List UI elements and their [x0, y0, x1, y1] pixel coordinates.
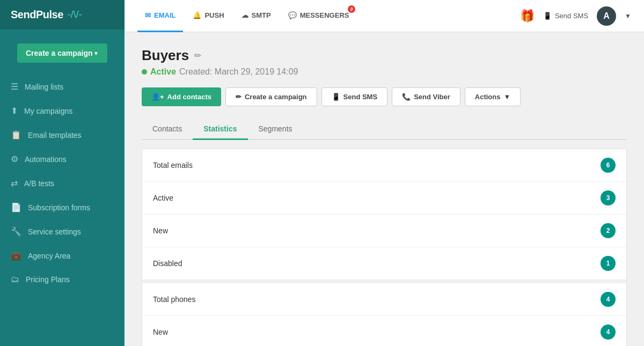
stats-row-total-emails: Total emails 6 — [142, 149, 626, 182]
avatar-letter: A — [603, 11, 610, 21]
avatar[interactable]: A — [597, 6, 616, 26]
sidebar-item-label: Email templates — [28, 131, 82, 139]
automations-icon: ⚙ — [11, 154, 18, 164]
tab-contacts-label: Contacts — [152, 124, 182, 133]
sidebar-item-label: Subscription forms — [28, 203, 90, 212]
page-header: Buyers ✏ — [142, 47, 627, 64]
main-area: ✉ EMAIL 🔔 PUSH ☁ SMTP 💬 MESSENGERS β 🎁 📱… — [125, 0, 644, 346]
status-active-text: Active — [150, 67, 176, 77]
push-icon: 🔔 — [193, 11, 201, 19]
tab-push[interactable]: 🔔 PUSH — [185, 0, 231, 32]
total-phones-label: Total phones — [153, 295, 195, 304]
add-contacts-button[interactable]: 👤+ Add contacts — [142, 87, 221, 106]
status-row: Active Created: March 29, 2019 14:09 — [142, 67, 627, 77]
action-bar: 👤+ Add contacts ✏ Create a campaign 📱 Se… — [142, 87, 627, 106]
top-nav: ✉ EMAIL 🔔 PUSH ☁ SMTP 💬 MESSENGERS β 🎁 📱… — [125, 0, 644, 32]
create-campaign-button[interactable]: Create a campaign ▼ — [17, 43, 107, 63]
sidebar-item-pricing-plans[interactable]: 🗂 Pricing Plans — [0, 268, 125, 291]
actions-chevron-icon: ▼ — [503, 93, 510, 101]
actions-button[interactable]: Actions ▼ — [465, 87, 521, 106]
phones-new-label: New — [153, 328, 168, 336]
tab-contacts[interactable]: Contacts — [142, 119, 193, 140]
send-sms-link[interactable]: 📱 Send SMS — [543, 12, 588, 20]
agency-area-icon: 💼 — [11, 251, 21, 261]
top-nav-right: 🎁 📱 Send SMS A ▼ — [520, 6, 631, 26]
add-contacts-label: Add contacts — [167, 93, 211, 101]
sidebar-item-agency-area[interactable]: 💼 Agency Area — [0, 244, 125, 268]
logo-text: SendPulse — [11, 9, 63, 21]
sidebar-item-subscription-forms[interactable]: 📄 Subscription forms — [0, 195, 125, 219]
total-emails-badge: 6 — [601, 158, 616, 173]
my-campaigns-icon: ⬆ — [11, 106, 18, 116]
active-badge: 3 — [601, 190, 616, 205]
sidebar-item-label: Agency Area — [28, 252, 70, 260]
messengers-label: MESSENGERS — [300, 11, 349, 19]
pricing-plans-icon: 🗂 — [11, 275, 19, 284]
beta-badge: β — [348, 5, 355, 13]
smtp-icon: ☁ — [241, 11, 248, 19]
create-campaign-label: Create a campaign — [245, 93, 307, 101]
disabled-label: Disabled — [153, 259, 182, 268]
sidebar-item-service-settings[interactable]: 🔧 Service settings — [0, 219, 125, 244]
new-label: New — [153, 226, 168, 235]
tab-segments[interactable]: Segments — [248, 119, 303, 140]
email-templates-icon: 📋 — [11, 130, 21, 140]
sidebar-item-label: Automations — [25, 155, 67, 164]
create-campaign-button[interactable]: ✏ Create a campaign — [225, 87, 317, 106]
content-area: Buyers ✏ Active Created: March 29, 2019 … — [125, 32, 644, 346]
send-viber-label: Send Viber — [414, 93, 450, 101]
edit-icon[interactable]: ✏ — [194, 50, 201, 61]
stats-row-phones-new: New 4 — [142, 316, 626, 346]
email-icon: ✉ — [145, 11, 151, 19]
tab-statistics-label: Statistics — [203, 124, 237, 133]
email-label: EMAIL — [154, 11, 175, 19]
avatar-chevron-icon[interactable]: ▼ — [625, 12, 631, 20]
send-sms-button[interactable]: 📱 Send SMS — [321, 87, 388, 106]
logo[interactable]: SendPulse -/\/- — [0, 0, 125, 30]
mailing-lists-icon: ☰ — [11, 82, 18, 92]
send-sms-label: Send SMS — [343, 93, 378, 101]
service-settings-icon: 🔧 — [11, 226, 21, 237]
stats-row-disabled: Disabled 1 — [142, 247, 626, 280]
chevron-down-icon: ▼ — [93, 50, 99, 56]
send-viber-button[interactable]: 📞 Send Viber — [392, 87, 460, 106]
active-label: Active — [153, 194, 173, 202]
subscription-forms-icon: 📄 — [11, 202, 21, 212]
phone-icon: 📱 — [543, 12, 552, 20]
ab-tests-icon: ⇄ — [11, 178, 18, 188]
actions-label: Actions — [475, 93, 501, 101]
send-sms-label: Send SMS — [555, 12, 588, 20]
tab-email[interactable]: ✉ EMAIL — [137, 0, 183, 32]
sidebar-nav: ☰ Mailing lists ⬆ My campaigns 📋 Email t… — [0, 72, 125, 346]
tab-statistics[interactable]: Statistics — [193, 119, 247, 140]
tab-messengers[interactable]: 💬 MESSENGERS β — [281, 0, 357, 32]
sidebar-item-my-campaigns[interactable]: ⬆ My campaigns — [0, 99, 125, 123]
sidebar: SendPulse -/\/- Create a campaign ▼ ☰ Ma… — [0, 0, 125, 346]
sidebar-item-automations[interactable]: ⚙ Automations — [0, 147, 125, 171]
tab-smtp[interactable]: ☁ SMTP — [234, 0, 279, 32]
sidebar-item-label: My campaigns — [24, 107, 72, 115]
sidebar-item-mailing-lists[interactable]: ☰ Mailing lists — [0, 75, 125, 99]
disabled-badge: 1 — [601, 256, 616, 271]
sidebar-item-email-templates[interactable]: 📋 Email templates — [0, 123, 125, 147]
send-viber-icon: 📞 — [402, 93, 411, 101]
stats-row-total-phones: Total phones 4 — [142, 280, 626, 316]
push-label: PUSH — [204, 11, 224, 19]
create-campaign-icon: ✏ — [236, 93, 241, 101]
page-title: Buyers — [142, 47, 189, 64]
logo-wave: -/\/- — [68, 9, 82, 20]
status-dot — [142, 69, 147, 75]
phones-new-badge: 4 — [601, 325, 616, 340]
sidebar-item-ab-tests[interactable]: ⇄ A/B tests — [0, 171, 125, 195]
smtp-label: SMTP — [252, 11, 271, 19]
tabs-bar: Contacts Statistics Segments — [142, 119, 627, 140]
status-created-text: Created: March 29, 2019 14:09 — [179, 67, 298, 77]
total-emails-label: Total emails — [153, 161, 193, 170]
gift-icon[interactable]: 🎁 — [520, 9, 535, 23]
statistics-card: Total emails 6 Active 3 New 2 Disabled 1… — [142, 149, 627, 346]
stats-row-new: New 2 — [142, 215, 626, 247]
total-phones-badge: 4 — [601, 292, 616, 307]
messengers-icon: 💬 — [288, 11, 297, 19]
send-sms-icon: 📱 — [332, 93, 340, 101]
sidebar-item-label: Service settings — [28, 227, 81, 236]
